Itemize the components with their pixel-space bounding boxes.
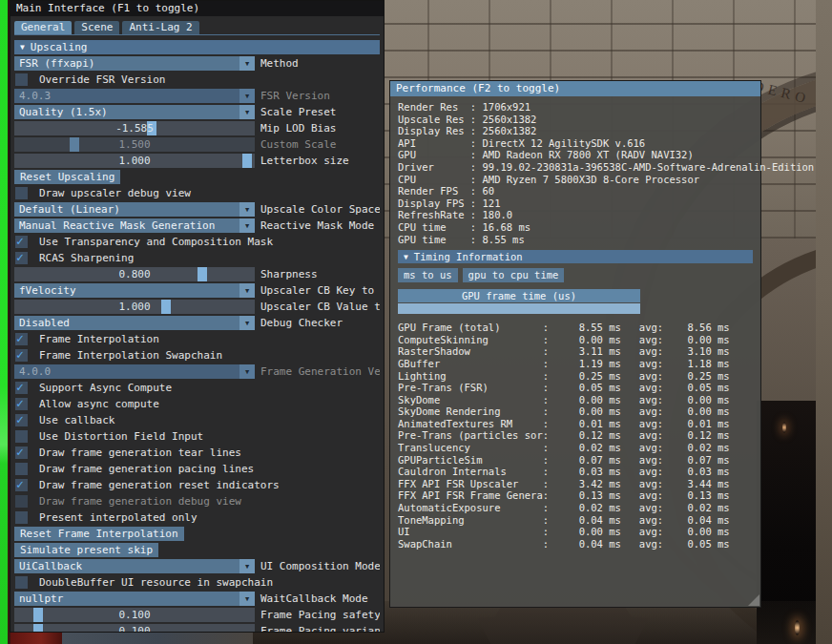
button-reset-frame-interpolation[interactable]: Reset Frame Interpolation: [14, 527, 184, 541]
combo-label: Debug Checker: [260, 317, 343, 329]
chevron-down-icon: ▼: [239, 592, 255, 606]
combo-frame-generation-versio[interactable]: 4.0.0▼: [14, 364, 255, 379]
combo-reactive-mask-mode[interactable]: Manual Reactive Mask Generation▼: [14, 218, 255, 233]
checkbox-label: Use callback: [39, 414, 114, 426]
info-line-driver: Driver : 99.19.02-230831a-396538C-AMD-So…: [398, 161, 753, 174]
row-draw-frame-generation-pacing-lines: Draw frame generation pacing lines: [14, 462, 380, 476]
tab-general[interactable]: General: [14, 21, 72, 34]
info-line-cpu-time: CPU time : 16.68 ms: [398, 221, 753, 234]
checkbox-use-distortion-field-input[interactable]: [15, 430, 28, 443]
tab-scene[interactable]: Scene: [74, 21, 119, 34]
combo-label: Reactive Mask Mode: [260, 219, 374, 232]
row-waitcallback-mode: nullptr▼WaitCallback Mode: [14, 592, 380, 606]
checkbox-label: Draw frame generation pacing lines: [39, 463, 254, 475]
gpu-frame-time-table-header[interactable]: GPU frame time (us): [398, 289, 640, 302]
combo-method[interactable]: FSR (ffxapi)▼: [14, 56, 255, 71]
slider-upscaler-cb-value-to-se[interactable]: 1.000: [14, 300, 255, 314]
checkbox-draw-frame-generation-tear-lines[interactable]: [15, 447, 28, 459]
slider-sharpness[interactable]: 0.800: [14, 267, 255, 281]
combo-fsr-version[interactable]: 4.0.3▼: [14, 89, 255, 103]
timing-row-gpu-frame-total: GPU Frame (total) : 8.55 ms avg: 8.56 ms: [398, 322, 753, 334]
checkbox-use-transparency-and-composition-mask[interactable]: [15, 236, 28, 248]
button-simulate-present-skip[interactable]: Simulate present skip: [14, 543, 158, 557]
checkbox-rcas-sharpening[interactable]: [15, 252, 28, 264]
combo-label: Method: [260, 57, 299, 70]
combo-waitcallback-mode[interactable]: nullptr▼: [14, 592, 255, 606]
checkbox-draw-upscaler-debug-view[interactable]: [15, 187, 28, 199]
timing-information-header[interactable]: ▼Timing Information: [398, 250, 753, 263]
slider-mip-lod-bias[interactable]: -1.585: [14, 121, 255, 135]
row-reset-upscaling: Reset Upscaling: [14, 170, 380, 184]
combo-debug-checker[interactable]: Disabled▼: [14, 316, 255, 330]
checkbox-label: Draw upscaler debug view: [39, 187, 191, 199]
checkbox-label: Draw frame generation reset indicators: [39, 479, 280, 491]
system-info: Render Res : 1706x921Upscale Res : 2560x…: [398, 101, 753, 245]
combo-upscale-color-space[interactable]: Default (Linear)▼: [14, 202, 255, 217]
checkbox-frame-interpolation-swapchain[interactable]: [15, 349, 28, 362]
checkbox-draw-frame-generation-pacing-lines[interactable]: [15, 463, 28, 475]
checkbox-label: Present interpolated only: [39, 511, 198, 524]
checkbox-override-fsr-version[interactable]: [15, 73, 28, 86]
slider-value: 1.500: [14, 137, 255, 152]
timing-row-skydome: SkyDome : 0.00 ms avg: 0.00 ms: [398, 394, 753, 406]
slider-label: Custom Scale: [260, 138, 336, 151]
slider-label: Frame Pacing varianceFa: [260, 625, 380, 633]
row-doublebuffer-ui-resource-in-swapchain: DoubleBuffer UI resource in swapchain: [14, 575, 380, 590]
slider-letterbox-size[interactable]: 1.000: [14, 154, 255, 168]
info-line-upscale-res: Upscale Res : 2560x1382: [398, 114, 753, 126]
timing-row-animatedtextures-rm: AnimatedTextures RM : 0.01 ms avg: 0.01 …: [398, 418, 753, 430]
button-gpu-to-cpu-time[interactable]: gpu to cpu time: [463, 268, 565, 282]
combo-label: UI Composition Mode: [260, 560, 380, 572]
combo-value: 4.0.0: [14, 364, 239, 379]
button-reset-upscaling[interactable]: Reset Upscaling: [14, 170, 120, 184]
chevron-down-icon: ▼: [20, 43, 25, 52]
performance-titlebar[interactable]: Performance (F2 to toggle): [390, 81, 760, 96]
slider-custom-scale[interactable]: 1.500: [14, 137, 255, 152]
combo-value: Quality (1.5x): [14, 105, 239, 119]
checkbox-use-callback[interactable]: [15, 414, 28, 426]
combo-scale-preset[interactable]: Quality (1.5x)▼: [14, 105, 255, 119]
tab-anti-lag-2[interactable]: Anti-Lag 2: [122, 21, 198, 34]
collapsing-header-upscaling[interactable]: ▼Upscaling: [14, 40, 380, 54]
candle-flame: [782, 422, 786, 433]
checkbox-allow-async-compute[interactable]: [15, 398, 28, 410]
checkbox-label: Frame Interpolation Swapchain: [39, 349, 222, 362]
combo-ui-composition-mode[interactable]: UiCallback▼: [14, 559, 255, 573]
checkbox-frame-interpolation[interactable]: [15, 333, 28, 345]
info-line-gpu: GPU : AMD Radeon RX 7800 XT (RADV NAVI32…: [398, 149, 753, 161]
resize-grip[interactable]: [748, 594, 759, 606]
row-simulate-present-skip: Simulate present skip: [14, 543, 380, 557]
combo-label: Scale Preset: [260, 106, 336, 118]
chevron-down-icon: ▼: [239, 364, 255, 379]
combo-value: fVelocity: [14, 283, 239, 298]
checkbox-present-interpolated-only[interactable]: [15, 511, 28, 524]
row-upscaling: ▼Upscaling: [14, 40, 380, 54]
checkbox-draw-frame-generation-reset-indicators[interactable]: [15, 479, 28, 491]
chevron-down-icon: ▼: [404, 253, 408, 261]
button-ms-to-us[interactable]: ms to us: [398, 268, 458, 282]
checkbox-doublebuffer-ui-resource-in-swapchain[interactable]: [15, 576, 28, 589]
timing-table: GPU Frame (total) : 8.55 ms avg: 8.56 ms…: [398, 322, 753, 550]
main-interface-titlebar[interactable]: Main Interface (F1 to toggle): [10, 1, 384, 16]
checkbox-support-async-compute[interactable]: [15, 382, 28, 394]
stone-pedestal: [477, 607, 649, 644]
combo-value: FSR (ffxapi): [14, 56, 239, 71]
slider-frame-pacing-variancefa[interactable]: 0.100: [14, 624, 255, 633]
row-use-distortion-field-input: Use Distortion Field Input: [14, 429, 380, 444]
checkbox-label: Support Async Compute: [39, 382, 172, 394]
combo-value: Default (Linear): [14, 202, 239, 217]
slider-value: -1.585: [14, 121, 255, 135]
combo-upscaler-cb-key-to-set[interactable]: fVelocity▼: [14, 283, 255, 298]
performance-window: Performance (F2 to toggle) Render Res : …: [389, 80, 761, 608]
main-interface-window: Main Interface (F1 to toggle) GeneralSce…: [10, 0, 385, 633]
slider-frame-pacing-safetymarg[interactable]: 0.100: [14, 608, 255, 622]
checkbox-draw-frame-generation-debug-view[interactable]: [15, 495, 28, 508]
timing-row-tonemapping: ToneMapping : 0.04 ms avg: 0.04 ms: [398, 514, 753, 527]
slider-value: 1.000: [14, 154, 255, 168]
frame-generation-tear-line: [0, 0, 8, 644]
row-scale-preset: Quality (1.5x)▼Scale Preset: [14, 105, 380, 119]
checkbox-label: Frame Interpolation: [39, 333, 159, 345]
row-upscaler-cb-key-to-set: fVelocity▼Upscaler CB Key to set: [14, 283, 380, 298]
info-line-api: API : DirectX 12 AgilitySDK v.616: [398, 137, 753, 150]
slider-label: Frame Pacing safetyMarg: [260, 609, 380, 621]
